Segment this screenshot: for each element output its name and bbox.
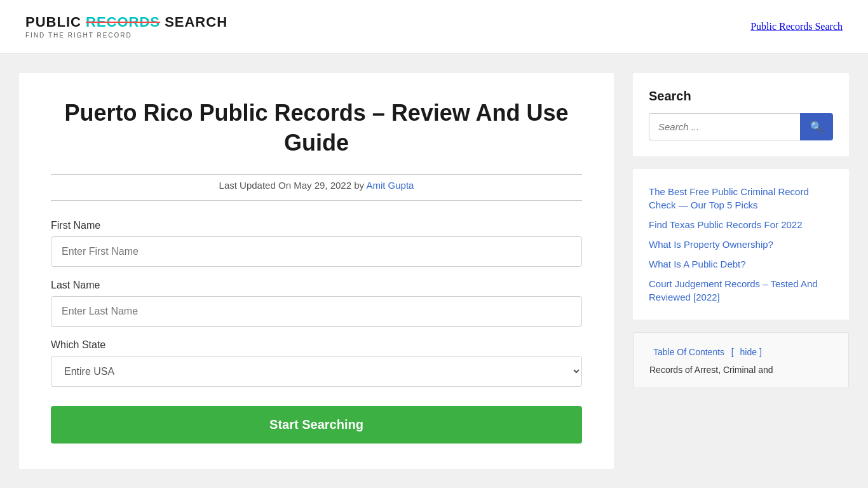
page-wrapper: Puerto Rico Public Records – Review And … [0,54,868,488]
sidebar-link[interactable]: Find Texas Public Records For 2022 [649,219,803,230]
list-item: What Is Property Ownership? [649,238,833,251]
sidebar-link[interactable]: What Is Property Ownership? [649,239,773,250]
sidebar-links-list: The Best Free Public Criminal Record Che… [649,185,833,304]
sidebar-link[interactable]: What Is A Public Debt? [649,259,746,269]
article-title: Puerto Rico Public Records – Review And … [51,98,582,158]
search-widget-title: Search [649,89,833,104]
nav-link-public-records[interactable]: Public Records Search [750,21,843,32]
list-item: The Best Free Public Criminal Record Che… [649,185,833,212]
toc-title-text: Table Of Contents [653,347,724,357]
title-divider [51,174,582,175]
logo[interactable]: PUBLIC RECORDS SEARCH FIND THE RIGHT REC… [25,15,227,38]
toc-hide-toggle[interactable]: [ hide ] [731,347,762,357]
main-content: Puerto Rico Public Records – Review And … [19,73,614,469]
logo-search: SEARCH [160,14,227,30]
last-name-group: Last Name [51,280,582,327]
sidebar-search-button[interactable]: 🔍 [800,113,833,140]
related-links-widget: The Best Free Public Criminal Record Che… [633,169,849,320]
logo-tagline: FIND THE RIGHT RECORD [25,32,132,39]
meta-prefix: Last Updated On May 29, 2022 by [219,180,364,191]
list-item: What Is A Public Debt? [649,257,833,271]
toc-first-item: Records of Arrest, Criminal and [649,365,832,375]
toc-title: Table Of Contents [ hide ] [649,346,832,358]
sidebar: Search 🔍 The Best Free Public Criminal R… [633,73,849,469]
search-icon: 🔍 [810,121,823,132]
search-form: First Name Last Name Which State Entire … [51,220,582,444]
logo-text: PUBLIC RECORDS SEARCH [25,15,227,30]
meta-author-link[interactable]: Amit Gupta [366,180,414,191]
toc-widget: Table Of Contents [ hide ] Records of Ar… [633,332,849,388]
start-searching-button[interactable]: Start Searching [51,406,582,444]
header-nav: Public Records Search [750,21,843,32]
state-group: Which State Entire USAAlabamaAlaskaArizo… [51,339,582,387]
sidebar-link[interactable]: Court Judgement Records – Tested And Rev… [649,278,818,302]
state-select[interactable]: Entire USAAlabamaAlaskaArizonaArkansasCa… [51,356,582,387]
site-header: PUBLIC RECORDS SEARCH FIND THE RIGHT REC… [0,0,868,54]
logo-records: RECORDS [86,14,160,30]
logo-public: PUBLIC [25,14,86,30]
first-name-input[interactable] [51,236,582,267]
state-label: Which State [51,339,582,351]
last-name-label: Last Name [51,280,582,291]
sidebar-link[interactable]: The Best Free Public Criminal Record Che… [649,186,809,210]
first-name-label: First Name [51,220,582,231]
search-widget: Search 🔍 [633,73,849,156]
sidebar-search-input[interactable] [649,113,800,140]
search-widget-form: 🔍 [649,113,833,140]
first-name-group: First Name [51,220,582,267]
last-name-input[interactable] [51,296,582,327]
list-item: Find Texas Public Records For 2022 [649,218,833,231]
list-item: Court Judgement Records – Tested And Rev… [649,277,833,304]
article-meta: Last Updated On May 29, 2022 by Amit Gup… [51,180,582,201]
